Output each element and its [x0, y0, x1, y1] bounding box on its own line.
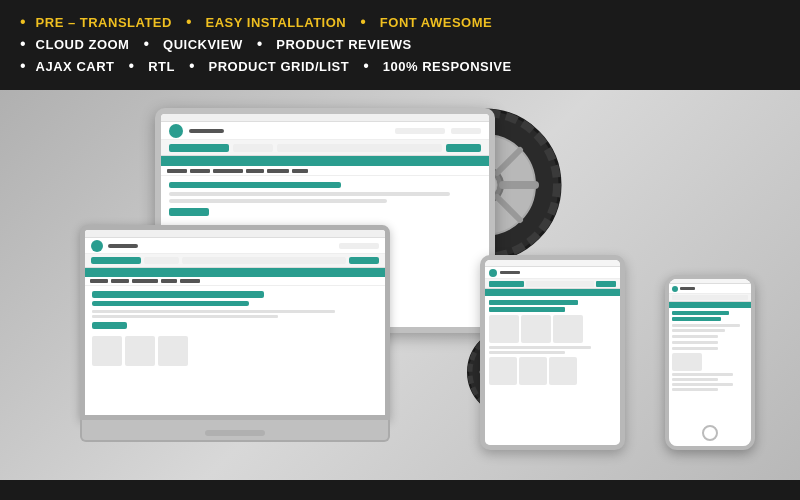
bullet-icon: • — [129, 58, 135, 74]
bullet-icon: • — [186, 14, 192, 30]
bullet-icon: • — [20, 36, 26, 52]
feature-easy-installation: EASY INSTALLATION — [206, 15, 347, 30]
bullet-icon: • — [20, 14, 26, 30]
phone-frame — [665, 275, 755, 450]
laptop — [80, 225, 390, 465]
feature-ajax-cart: AJAX CART — [36, 59, 115, 74]
tablet — [480, 255, 625, 450]
smartphone — [665, 275, 755, 450]
feature-responsive: 100% RESPONSIVE — [383, 59, 512, 74]
feature-row-2: • CLOUD ZOOM • QUICKVIEW • PRODUCT REVIE… — [20, 36, 780, 52]
feature-font-awesome: FONT AWESOME — [380, 15, 492, 30]
tablet-screen — [485, 260, 620, 445]
feature-rtl: RTL — [148, 59, 175, 74]
laptop-screen-frame — [80, 225, 390, 420]
feature-product-reviews: PRODUCT REVIEWS — [276, 37, 411, 52]
feature-cloud-zoom: CLOUD ZOOM — [36, 37, 130, 52]
tablet-frame — [480, 255, 625, 450]
feature-pre-translated: PRE – TRANSLATED — [36, 15, 172, 30]
feature-row-1: • PRE – TRANSLATED • EASY INSTALLATION •… — [20, 14, 780, 30]
feature-quickview: QUICKVIEW — [163, 37, 243, 52]
bullet-icon: • — [363, 58, 369, 74]
feature-row-3: • AJAX CART • RTL • PRODUCT GRID/LIST • … — [20, 58, 780, 74]
feature-product-grid: PRODUCT GRID/LIST — [209, 59, 350, 74]
bullet-icon: • — [360, 14, 366, 30]
phone-screen — [669, 279, 751, 446]
preview-section — [0, 90, 800, 480]
bullet-icon: • — [257, 36, 263, 52]
features-section: • PRE – TRANSLATED • EASY INSTALLATION •… — [0, 0, 800, 90]
bullet-icon: • — [20, 58, 26, 74]
laptop-screen — [85, 230, 385, 415]
bullet-icon: • — [189, 58, 195, 74]
laptop-base — [80, 420, 390, 442]
phone-home-button[interactable] — [702, 425, 718, 441]
bullet-icon: • — [143, 36, 149, 52]
